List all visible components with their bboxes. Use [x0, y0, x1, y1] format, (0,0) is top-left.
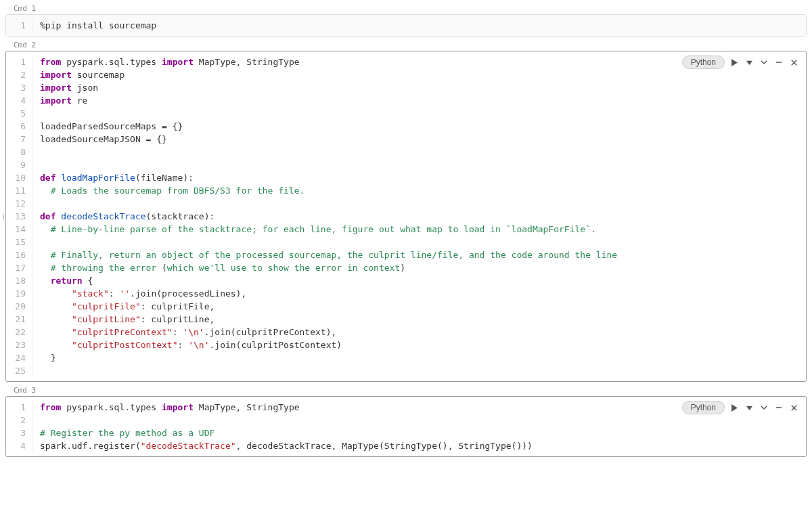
code-line[interactable]: import sourcemap — [40, 68, 806, 81]
line-number: 5 — [6, 107, 28, 120]
line-number: 3 — [6, 427, 28, 439]
code-area[interactable]: 1234567891011121314151617181920212223242… — [6, 51, 806, 381]
chevron-down-icon[interactable] — [759, 402, 769, 413]
line-number: 24 — [6, 351, 28, 364]
notebook-cell[interactable]: Python1234from pyspark.sql.types import … — [5, 396, 807, 457]
line-number: 13 — [6, 210, 28, 223]
code-line[interactable]: loadedParsedSourceMaps = {} — [40, 120, 806, 133]
line-number: 7 — [6, 133, 28, 146]
line-number: 4 — [6, 94, 28, 107]
code-line[interactable]: "culpritFile": culpritFile, — [40, 300, 806, 313]
line-number: 10 — [6, 171, 28, 184]
cell-toolbar: Python — [682, 401, 799, 414]
line-number: 3 — [6, 81, 28, 94]
cell-label: Cmd 1 — [5, 3, 807, 14]
minimize-icon[interactable] — [773, 402, 784, 413]
line-number: 9 — [6, 158, 28, 171]
cell-wrapper: Cmd 11%pip install sourcemap — [5, 3, 807, 37]
code-line[interactable] — [40, 146, 806, 158]
code-line[interactable] — [40, 236, 806, 248]
notebook-cell[interactable]: 1%pip install sourcemap — [5, 14, 807, 37]
line-number: 21 — [6, 313, 28, 326]
line-number: 2 — [6, 414, 28, 427]
line-gutter: 1 — [6, 19, 33, 32]
code-line[interactable]: # Finally, return an object of the proce… — [40, 248, 806, 261]
cell-label: Cmd 3 — [5, 385, 807, 396]
line-number: 1 — [6, 56, 28, 68]
line-number: 18 — [6, 274, 28, 287]
line-number: 20 — [6, 300, 28, 313]
code-line[interactable]: "stack": ''.join(processedLines), — [40, 287, 806, 300]
dropdown-icon[interactable] — [744, 402, 754, 413]
line-gutter: 1234567891011121314151617181920212223242… — [6, 56, 33, 377]
code-line[interactable]: %pip install sourcemap — [40, 19, 806, 32]
code-content[interactable]: %pip install sourcemap — [33, 19, 806, 32]
code-line[interactable]: def decodeStackTrace(stacktrace): — [40, 210, 806, 223]
line-number: 17 — [6, 261, 28, 274]
line-number: 16 — [6, 248, 28, 261]
code-line[interactable]: import re — [40, 94, 806, 107]
line-number: 1 — [6, 19, 28, 32]
cell-wrapper: Cmd 3Python1234from pyspark.sql.types im… — [5, 385, 807, 457]
line-number: 15 — [6, 236, 28, 248]
code-area[interactable]: 1%pip install sourcemap — [6, 15, 806, 36]
notebook-cell[interactable]: Python⟩123456789101112131415161718192021… — [5, 51, 807, 382]
line-number: 25 — [6, 364, 28, 377]
line-number: 6 — [6, 120, 28, 133]
code-line[interactable]: return { — [40, 274, 806, 287]
code-content[interactable]: from pyspark.sql.types import MapType, S… — [33, 56, 806, 377]
dropdown-icon[interactable] — [744, 57, 754, 68]
code-line[interactable] — [40, 107, 806, 120]
code-line[interactable] — [40, 364, 806, 377]
cell-label: Cmd 2 — [5, 39, 807, 51]
line-number: 14 — [6, 223, 28, 236]
minimize-icon[interactable] — [773, 57, 784, 68]
line-number: 11 — [6, 184, 28, 197]
code-line[interactable] — [40, 414, 806, 427]
line-number: 23 — [6, 339, 28, 351]
line-number: 2 — [6, 68, 28, 81]
code-line[interactable]: # throwing the error (which we'll use to… — [40, 261, 806, 274]
line-number: 12 — [6, 197, 28, 210]
line-number: 8 — [6, 146, 28, 158]
code-line[interactable]: # Line-by-line parse of the stacktrace; … — [40, 223, 806, 236]
language-badge[interactable]: Python — [682, 56, 725, 69]
language-badge[interactable]: Python — [682, 401, 725, 414]
code-line[interactable]: # Register the py method as a UDF — [40, 427, 806, 439]
cell-wrapper: Cmd 2Python⟩1234567891011121314151617181… — [5, 39, 807, 382]
chevron-down-icon[interactable] — [759, 57, 769, 68]
code-line[interactable]: "culpritPreContext": '\n'.join(culpritPr… — [40, 326, 806, 339]
code-line[interactable] — [40, 158, 806, 171]
line-number: 22 — [6, 326, 28, 339]
code-line[interactable]: "culpritLine": culpritLine, — [40, 313, 806, 326]
code-line[interactable] — [40, 197, 806, 210]
code-line[interactable]: # Loads the sourcemap from DBFS/S3 for t… — [40, 184, 806, 197]
close-icon[interactable] — [788, 57, 799, 68]
code-line[interactable]: "culpritPostContext": '\n'.join(culpritP… — [40, 339, 806, 351]
drag-handle-icon[interactable]: ⟩ — [2, 212, 5, 221]
code-line[interactable]: def loadMapForFile(fileName): — [40, 171, 806, 184]
line-number: 4 — [6, 439, 28, 452]
line-number: 19 — [6, 287, 28, 300]
line-gutter: 1234 — [6, 401, 33, 452]
run-icon[interactable] — [729, 57, 740, 68]
code-line[interactable]: import json — [40, 81, 806, 94]
close-icon[interactable] — [788, 402, 799, 413]
cell-toolbar: Python — [682, 56, 799, 69]
run-icon[interactable] — [729, 402, 740, 413]
line-number: 1 — [6, 401, 28, 414]
code-line[interactable]: loadedSourceMapJSON = {} — [40, 133, 806, 146]
code-line[interactable]: spark.udf.register("decodeStackTrace", d… — [40, 439, 806, 452]
code-line[interactable]: } — [40, 351, 806, 364]
